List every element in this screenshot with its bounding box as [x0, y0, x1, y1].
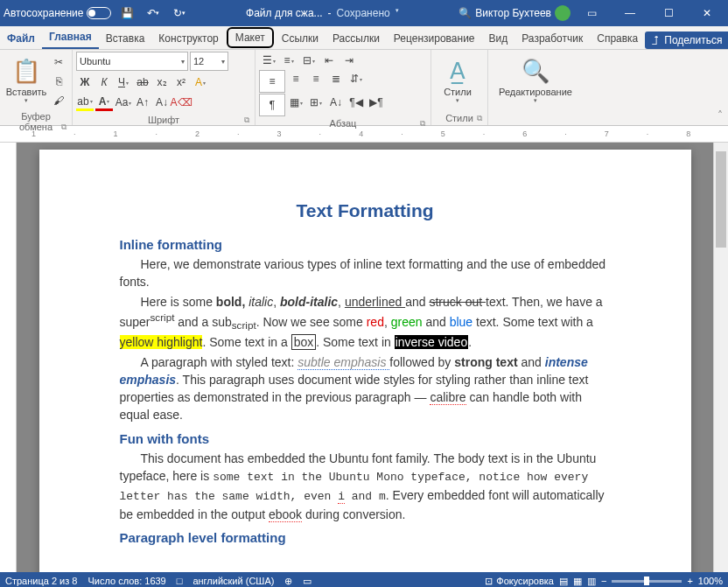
align-right-button[interactable]: ≡: [306, 70, 326, 87]
tab-developer[interactable]: Разработчик: [514, 28, 590, 49]
collapse-ribbon-icon[interactable]: ˄: [718, 50, 728, 125]
maximize-icon[interactable]: ☐: [651, 0, 686, 26]
align-left-button[interactable]: ≡: [262, 73, 282, 90]
status-accessibility-icon[interactable]: ⊕: [284, 576, 292, 587]
para-1[interactable]: Here, we demonstrate various types of in…: [120, 255, 611, 291]
grow-font-button[interactable]: A↑: [134, 94, 151, 111]
bullets-button[interactable]: ☰▾: [259, 52, 278, 69]
justify-button[interactable]: ≣: [326, 70, 346, 87]
para-3[interactable]: A paragraph with styled text: subtle emp…: [120, 353, 611, 424]
tab-help[interactable]: Справка: [590, 28, 645, 49]
heading-fun-with-fonts[interactable]: Fun with fonts: [120, 431, 611, 446]
clipboard-launcher-icon[interactable]: ⧉: [61, 122, 66, 132]
italic-button[interactable]: К: [95, 73, 113, 91]
view-print-icon[interactable]: ▦: [573, 576, 582, 587]
heading-paragraph-level[interactable]: Paragraph level formatting: [120, 530, 611, 545]
sort-button[interactable]: A↓: [326, 94, 346, 111]
user-name[interactable]: Виктор Бухтеев: [475, 7, 551, 19]
autosave-toggle[interactable]: [87, 7, 111, 19]
font-name-combo[interactable]: Ubuntu▾: [76, 52, 188, 71]
status-language[interactable]: английский (США): [192, 576, 274, 586]
highlight-button[interactable]: ab▾: [76, 94, 94, 111]
decrease-indent-button[interactable]: ⇤: [319, 52, 339, 69]
status-page[interactable]: Страница 2 из 8: [5, 576, 77, 586]
save-icon[interactable]: 💾: [116, 3, 137, 24]
zoom-value[interactable]: 100%: [698, 576, 723, 586]
font-size-combo[interactable]: 12▾: [190, 52, 228, 71]
shrink-font-button[interactable]: A↓: [153, 94, 171, 111]
multilevel-button[interactable]: ⊟▾: [299, 52, 318, 69]
rtl-button[interactable]: ¶◀: [346, 94, 366, 111]
underline-button[interactable]: Ч▾: [115, 73, 132, 91]
undo-icon[interactable]: ↶▾: [143, 3, 164, 24]
vertical-ruler[interactable]: [0, 143, 17, 572]
paste-button[interactable]: 📋 Вставить ▾: [4, 52, 49, 109]
workspace: Text Formatting Inline formatting Here, …: [0, 143, 728, 572]
tab-layout[interactable]: Макет: [227, 27, 274, 48]
tab-design[interactable]: Конструктор: [151, 28, 225, 49]
autosave-label: Автосохранение: [4, 7, 83, 19]
editing-button[interactable]: 🔍 Редактирование ▾: [492, 52, 579, 109]
tab-view[interactable]: Вид: [482, 28, 515, 49]
page[interactable]: Text Formatting Inline formatting Here, …: [39, 150, 691, 572]
line-spacing-button[interactable]: ⇵▾: [346, 70, 366, 87]
paragraph-group-label: Абзац: [330, 118, 357, 129]
focus-mode-button[interactable]: ⊡Фокусировка: [485, 576, 554, 587]
zoom-slider[interactable]: [612, 580, 682, 583]
tab-review[interactable]: Рецензирование: [387, 28, 482, 49]
share-button[interactable]: ⮥ Поделиться: [645, 31, 728, 49]
styles-button[interactable]: A̲ Стили ▾: [435, 52, 480, 109]
doc-title[interactable]: Text Formatting: [120, 200, 611, 221]
styles-icon: A̲: [450, 58, 466, 85]
paragraph-launcher-icon[interactable]: ⧉: [420, 119, 425, 129]
bold-button[interactable]: Ж: [76, 73, 94, 91]
vertical-scrollbar[interactable]: [713, 143, 728, 572]
status-word-count[interactable]: Число слов: 1639: [88, 576, 165, 586]
ltr-button[interactable]: ▶¶: [367, 94, 386, 111]
align-center-button[interactable]: ≡: [286, 70, 305, 87]
tab-file[interactable]: Файл: [0, 28, 42, 49]
focus-icon: ⊡: [485, 576, 493, 587]
search-icon[interactable]: 🔍: [454, 3, 475, 24]
tab-home[interactable]: Главная: [42, 26, 99, 49]
tab-mailings[interactable]: Рассылки: [326, 28, 387, 49]
user-avatar-icon[interactable]: [555, 5, 570, 21]
status-macro-icon[interactable]: ▭: [303, 576, 312, 587]
document-title: Файл для сжа...: [246, 7, 323, 19]
ribbon: 📋 Вставить ▾ ✂ ⎘ 🖌 Буфер обмена⧉ Ubuntu▾…: [0, 50, 728, 126]
font-launcher-icon[interactable]: ⧉: [244, 115, 249, 125]
superscript-button[interactable]: x²: [172, 73, 190, 91]
cut-icon[interactable]: ✂: [50, 53, 67, 71]
heading-inline-formatting[interactable]: Inline formatting: [120, 237, 611, 252]
copy-icon[interactable]: ⎘: [50, 73, 67, 90]
font-color-button[interactable]: A▾: [95, 94, 113, 111]
para-4[interactable]: This document has embedded the Ubuntu fo…: [120, 450, 611, 523]
status-spellcheck-icon[interactable]: □: [177, 576, 183, 586]
ribbon-options-icon[interactable]: ▭: [574, 0, 609, 26]
view-read-icon[interactable]: ▤: [559, 576, 568, 587]
find-icon: 🔍: [522, 58, 550, 85]
styles-launcher-icon[interactable]: ⧉: [477, 114, 482, 123]
tab-insert[interactable]: Вставка: [99, 28, 152, 49]
borders-button[interactable]: ⊞▾: [306, 94, 326, 111]
show-marks-button[interactable]: ¶: [262, 96, 282, 114]
styles-group-label: Стили: [445, 113, 473, 123]
para-2[interactable]: Here is some bold, italic, bold-italic, …: [120, 293, 611, 352]
redo-icon[interactable]: ↻▾: [169, 3, 190, 24]
shading-button[interactable]: ▦▾: [286, 94, 305, 111]
document-area[interactable]: Text Formatting Inline formatting Here, …: [17, 143, 713, 572]
minimize-icon[interactable]: —: [612, 0, 648, 26]
strike-button[interactable]: ab: [134, 73, 151, 91]
numbering-button[interactable]: ≡▾: [279, 52, 298, 69]
tab-references[interactable]: Ссылки: [275, 28, 326, 49]
change-case-button[interactable]: Aa▾: [115, 94, 132, 111]
increase-indent-button[interactable]: ⇥: [340, 52, 359, 69]
text-effects-button[interactable]: A▾: [192, 73, 209, 91]
zoom-out-button[interactable]: −: [601, 576, 606, 586]
view-web-icon[interactable]: ▥: [587, 576, 596, 587]
zoom-in-button[interactable]: +: [687, 576, 692, 586]
clear-format-button[interactable]: A⌫: [172, 94, 190, 111]
format-painter-icon[interactable]: 🖌: [50, 92, 67, 109]
subscript-button[interactable]: x₂: [153, 73, 171, 91]
close-icon[interactable]: ✕: [690, 0, 724, 26]
